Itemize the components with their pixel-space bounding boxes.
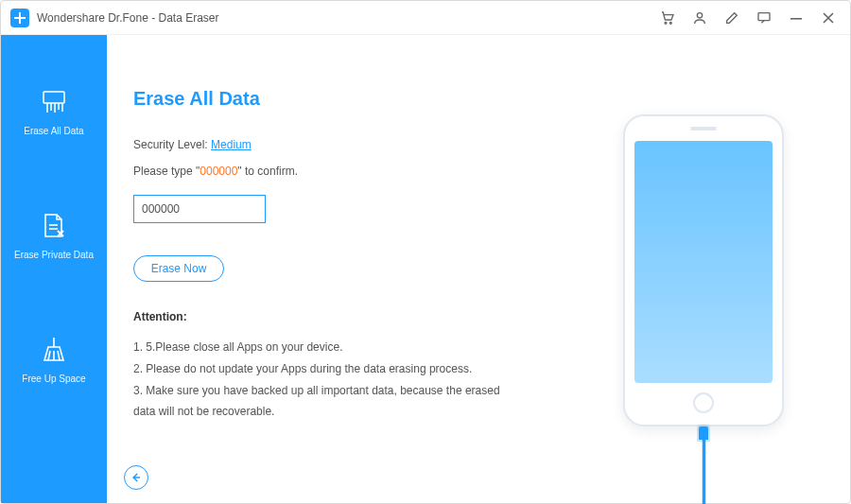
close-button[interactable] xyxy=(820,9,837,26)
svg-line-16 xyxy=(48,351,50,360)
svg-rect-1 xyxy=(14,17,26,19)
confirm-code: 000000 xyxy=(200,165,237,178)
confirm-code-input[interactable] xyxy=(133,195,266,223)
sidebar-item-erase-all[interactable]: Erase All Data xyxy=(24,86,83,136)
broom-icon xyxy=(38,334,70,366)
sidebar-item-label: Erase Private Data xyxy=(14,250,94,260)
phone-graphic xyxy=(623,114,784,426)
attention-item: 1. 5.Please close all Apps on your devic… xyxy=(133,337,512,358)
security-level-label: Security Level: xyxy=(133,138,211,151)
cable xyxy=(703,440,705,504)
sidebar-item-label: Free Up Space xyxy=(22,374,85,384)
attention-item: 3. Make sure you have backed up all impo… xyxy=(133,380,512,424)
app-window: Wondershare Dr.Fone - Data Eraser xyxy=(0,0,851,504)
sidebar-item-free-space[interactable]: Free Up Space xyxy=(22,334,85,384)
attention-list: 1. 5.Please close all Apps on your devic… xyxy=(133,337,512,423)
cart-icon[interactable] xyxy=(659,9,676,26)
phone-home-button xyxy=(693,392,714,413)
svg-point-2 xyxy=(665,22,667,24)
svg-point-3 xyxy=(669,22,671,24)
svg-rect-7 xyxy=(43,92,64,103)
title-bar: Wondershare Dr.Fone - Data Eraser xyxy=(1,1,850,35)
attention-heading: Attention: xyxy=(133,310,544,323)
main-panel: Erase All Data Security Level: Medium Pl… xyxy=(107,35,850,503)
phone-screen xyxy=(634,141,773,383)
app-title: Wondershare Dr.Fone - Data Eraser xyxy=(37,11,219,25)
security-level-row: Security Level: Medium xyxy=(133,138,544,151)
user-icon[interactable] xyxy=(691,9,708,26)
feedback-icon[interactable] xyxy=(755,9,773,26)
document-erase-icon xyxy=(38,210,70,242)
title-actions xyxy=(659,9,841,26)
sidebar-item-label: Erase All Data xyxy=(24,126,83,136)
sidebar: Erase All Data Erase Private Data xyxy=(1,35,107,503)
minimize-button[interactable] xyxy=(788,9,805,26)
attention-item: 2. Please do not update your Apps during… xyxy=(133,358,512,380)
sidebar-item-erase-private[interactable]: Erase Private Data xyxy=(14,210,94,260)
page-title: Erase All Data xyxy=(133,88,544,110)
edit-icon[interactable] xyxy=(723,9,740,26)
phone-speaker xyxy=(690,127,717,130)
svg-rect-5 xyxy=(758,12,770,20)
device-preview xyxy=(566,35,850,503)
cable-plug xyxy=(699,426,708,440)
svg-point-4 xyxy=(697,12,702,17)
svg-line-18 xyxy=(58,351,60,360)
back-button[interactable] xyxy=(124,465,148,490)
confirm-instruction: Please type "000000" to confirm. xyxy=(133,165,544,178)
app-logo xyxy=(10,9,29,27)
svg-rect-6 xyxy=(790,18,802,20)
shredder-icon xyxy=(38,86,70,118)
erase-now-button[interactable]: Erase Now xyxy=(133,255,224,282)
security-level-link[interactable]: Medium xyxy=(211,138,252,151)
